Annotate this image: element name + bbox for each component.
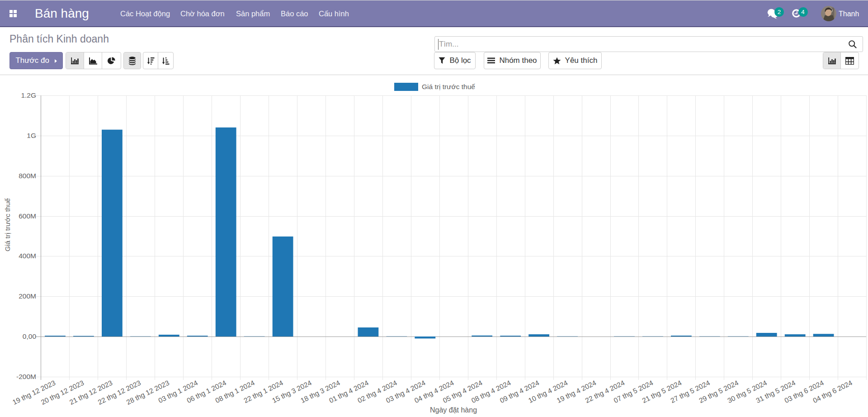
svg-text:400M: 400M	[19, 252, 36, 260]
svg-text:Giá trị trước thuế: Giá trị trước thuế	[422, 83, 475, 90]
svg-text:200M: 200M	[19, 292, 36, 300]
svg-text:1G: 1G	[27, 132, 36, 139]
svg-text:600M: 600M	[19, 212, 36, 220]
svg-text:Ngày đặt hàng: Ngày đặt hàng	[430, 406, 477, 414]
svg-text:-200M: -200M	[16, 373, 36, 380]
svg-text:Giá trị trước thuế: Giá trị trước thuế	[4, 198, 11, 251]
svg-text:0,00: 0,00	[23, 332, 37, 340]
svg-text:1.2G: 1.2G	[21, 91, 36, 99]
svg-text:800M: 800M	[19, 172, 36, 180]
